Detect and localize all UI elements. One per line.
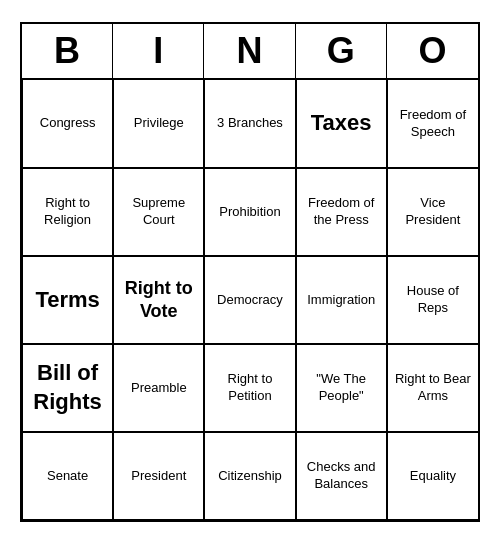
bingo-cell: Supreme Court — [113, 168, 204, 256]
header-letter: N — [204, 24, 295, 78]
bingo-cell: Senate — [22, 432, 113, 520]
bingo-header: BINGO — [22, 24, 478, 80]
bingo-cell: 3 Branches — [204, 80, 295, 168]
bingo-cell: President — [113, 432, 204, 520]
header-letter: O — [387, 24, 478, 78]
bingo-cell: Right to Petition — [204, 344, 295, 432]
bingo-cell: Vice President — [387, 168, 478, 256]
bingo-cell: Immigration — [296, 256, 387, 344]
bingo-cell: Right to Bear Arms — [387, 344, 478, 432]
bingo-grid: CongressPrivilege3 BranchesTaxesFreedom … — [22, 80, 478, 520]
bingo-cell: Equality — [387, 432, 478, 520]
header-letter: G — [296, 24, 387, 78]
bingo-card: BINGO CongressPrivilege3 BranchesTaxesFr… — [20, 22, 480, 522]
header-letter: B — [22, 24, 113, 78]
bingo-cell: Terms — [22, 256, 113, 344]
bingo-cell: Congress — [22, 80, 113, 168]
bingo-cell: "We The People" — [296, 344, 387, 432]
header-letter: I — [113, 24, 204, 78]
bingo-cell: Freedom of the Press — [296, 168, 387, 256]
bingo-cell: Bill of Rights — [22, 344, 113, 432]
bingo-cell: Democracy — [204, 256, 295, 344]
bingo-cell: Freedom of Speech — [387, 80, 478, 168]
bingo-cell: House of Reps — [387, 256, 478, 344]
bingo-cell: Preamble — [113, 344, 204, 432]
bingo-cell: Right to Vote — [113, 256, 204, 344]
bingo-cell: Citizenship — [204, 432, 295, 520]
bingo-cell: Right to Religion — [22, 168, 113, 256]
bingo-cell: Privilege — [113, 80, 204, 168]
bingo-cell: Prohibition — [204, 168, 295, 256]
bingo-cell: Taxes — [296, 80, 387, 168]
bingo-cell: Checks and Balances — [296, 432, 387, 520]
